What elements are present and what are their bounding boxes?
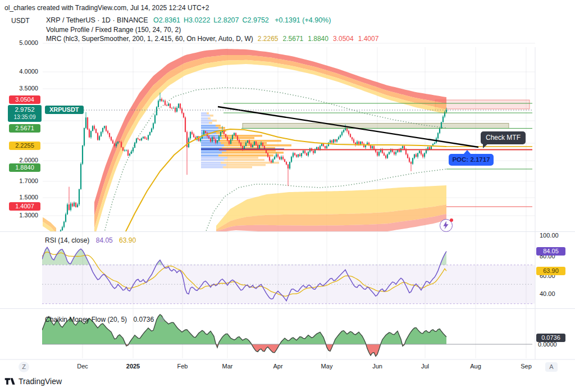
- price-axis-label: 1.7000: [0, 177, 38, 184]
- ohlc-l: L2.8207: [213, 16, 239, 24]
- last-price-badge: 2.975213:35:09: [8, 105, 42, 122]
- price-axis-label: 4.0000: [0, 68, 38, 75]
- price-axis-label: 1.3000: [0, 212, 38, 218]
- cmf-value-badge: 0.0736: [536, 334, 565, 342]
- time-axis-label: Aug: [470, 363, 481, 370]
- mrc-name: MRC (hlc3, SuperSmoother, 200, 1, 2.415,…: [46, 35, 253, 43]
- rsi-axis-label: 40.00: [540, 290, 555, 297]
- mrc-values: 2.22652.56711.88403.05041.4007: [253, 35, 379, 43]
- rsi-level-badge: 63.90: [536, 267, 565, 275]
- time-axis-label: May: [321, 363, 333, 370]
- alert-dot: [450, 218, 453, 222]
- zoom-out-button[interactable]: Z: [19, 362, 29, 372]
- rsi-value: 84.05: [96, 236, 113, 244]
- legend-separator: ·: [97, 16, 99, 24]
- lightning-alert-icon[interactable]: [440, 219, 453, 232]
- timeframe-label[interactable]: 1D: [102, 16, 111, 24]
- ohlc-h: H3.0222: [184, 16, 210, 24]
- tradingview-logo-icon: [4, 377, 16, 386]
- chart-canvas[interactable]: [0, 0, 575, 392]
- time-axis-label: Apr: [273, 363, 282, 370]
- time-axis-label: Mar: [222, 363, 233, 370]
- cmf-legend[interactable]: Chaikin Money Flow (20, 5) 0.0736 ⊘: [45, 316, 165, 323]
- tradingview-logo-text: TradingView: [19, 377, 62, 386]
- hidden-indicator-icon[interactable]: ⊘: [159, 316, 165, 323]
- price-axis-label: 3.5000: [0, 85, 38, 92]
- auto-scale-button[interactable]: A: [545, 362, 558, 372]
- cmf-value: 0.0736: [133, 316, 154, 323]
- indicator-mrc-legend[interactable]: MRC (hlc3, SuperSmoother, 200, 1, 2.415,…: [46, 35, 378, 43]
- attribution-text: ol_charles created with TradingView.com,…: [4, 4, 209, 12]
- last-price: 2.9752: [8, 106, 42, 113]
- mrc-value: 2.2265: [258, 35, 279, 43]
- currency-axis-label: USDT: [11, 17, 30, 25]
- rsi-ma-value: 63.90: [119, 236, 136, 244]
- tradingview-logo[interactable]: TradingView: [4, 377, 62, 386]
- rsi-level-badge: 84.05: [536, 247, 565, 256]
- price-level-badge: 3.0504: [9, 95, 40, 104]
- ohlc-o: O2.8361: [153, 16, 180, 24]
- mrc-value: 1.4007: [358, 35, 379, 43]
- indicator-volume-profile-legend[interactable]: Volume Profile / Fixed Range (150, 24, 7…: [46, 26, 181, 34]
- ohlc-values: O2.8361H3.0222L2.8207C2.9752: [150, 16, 269, 24]
- symbol-name[interactable]: XRP / TetherUS: [46, 16, 95, 24]
- ohlc-c: C2.9752: [243, 16, 269, 24]
- price-axis-label: 5.0000: [0, 39, 38, 46]
- rsi-legend[interactable]: RSI (14, close) 84.05 63.90: [45, 236, 136, 244]
- price-level-badge: 2.5671: [9, 124, 40, 133]
- legend-separator: ·: [112, 16, 115, 24]
- symbol-legend[interactable]: XRP / TetherUS · 1D · BINANCE O2.8361H3.…: [46, 16, 331, 24]
- time-axis-label: Sep: [521, 363, 532, 370]
- time-axis-label: Jun: [372, 363, 382, 370]
- check-mtf-tooltip: Check MTF: [481, 131, 526, 144]
- rsi-axis-label: 100.00: [540, 232, 559, 239]
- mrc-value: 1.8840: [308, 35, 328, 43]
- time-axis-label: Dec: [77, 363, 88, 370]
- mrc-value: 2.5671: [283, 35, 304, 43]
- cmf-title: Chaikin Money Flow (20, 5): [45, 316, 127, 323]
- price-level-badge: 2.2255: [9, 142, 40, 150]
- exchange-label[interactable]: BINANCE: [117, 16, 148, 24]
- poc-label: POC: 2.1717: [449, 154, 494, 166]
- tradingview-chart-window: ol_charles created with TradingView.com,…: [0, 0, 575, 392]
- mrc-value: 3.0504: [333, 35, 354, 43]
- time-axis-label: Jul: [421, 363, 429, 370]
- time-axis-label: 2025: [126, 363, 140, 370]
- price-axis-label: 2.0000: [0, 157, 38, 163]
- time-axis-label: Feb: [177, 363, 188, 370]
- change-value: +0.1391 (+4.90%): [275, 16, 331, 24]
- rsi-title: RSI (14, close): [45, 236, 89, 244]
- last-price-time: 13:35:09: [8, 113, 42, 121]
- price-axis-label: 1.5000: [0, 194, 38, 200]
- symbol-badge: XRPUSDT: [45, 106, 84, 114]
- price-level-badge: 1.8840: [9, 163, 40, 172]
- price-level-badge: 1.4007: [9, 202, 40, 211]
